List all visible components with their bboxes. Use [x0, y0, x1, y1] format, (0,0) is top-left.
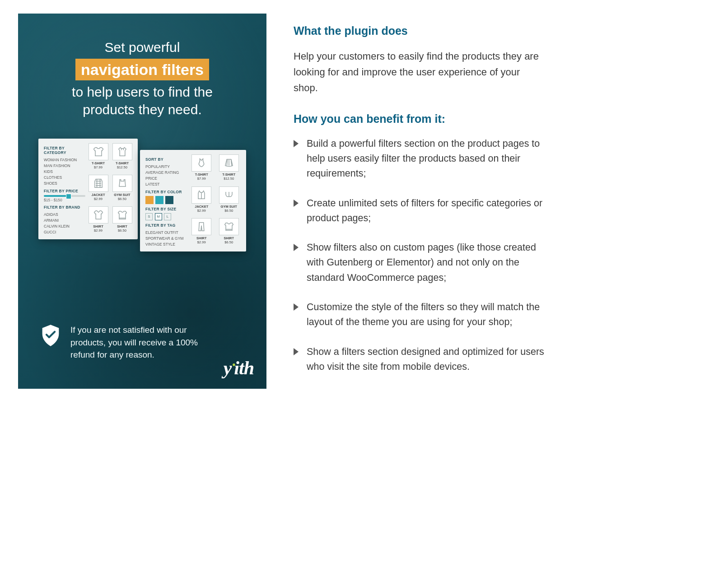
filter-category-list: WOMAN FASHION MAN FASHION KIDS CLOTHES S… — [44, 157, 85, 186]
list-item: KIDS — [44, 168, 85, 174]
product-grid: T-SHIRT $7.99 T-SHIRT $12.50 JACKET $2.9… — [88, 143, 132, 235]
benefit-text: Customize the style of the filters so th… — [307, 300, 546, 330]
headline-pre: Set powerful — [105, 40, 180, 55]
benefit-text: Build a powerful filters section on the … — [307, 136, 546, 182]
lead-paragraph: Help your customers to easily find the p… — [294, 48, 546, 96]
skirt-icon — [223, 157, 235, 169]
chevron-right-icon — [294, 303, 299, 311]
benefit-text: Show a filters section designed and opti… — [307, 345, 546, 375]
list-item: ARMANI — [44, 217, 85, 223]
benefit-text: Show filters also on custom pages (like … — [307, 240, 546, 285]
headline-post-2: products they need. — [83, 102, 202, 117]
swatch-orange-icon — [145, 196, 154, 204]
pants-icon — [195, 220, 208, 233]
list-item: VINTAGE STYLE — [145, 241, 187, 247]
product-tile: GYM SUIT $6.50 — [217, 186, 241, 215]
filter-tag-list: ELEGANT OUTFIT SPORTWEAR & GYM VINTAGE S… — [145, 229, 187, 247]
product-tile: T-SHIRT $12.50 — [217, 154, 241, 183]
filter-color-title: FILTER BY COLOR — [145, 190, 187, 194]
mockup-card-2: SORT BY POPULARITY AVERAGE RATING PRICE … — [140, 150, 246, 251]
chevron-right-icon — [294, 348, 299, 355]
chevron-right-icon — [294, 140, 299, 147]
heading-benefits: How you can benefit from it: — [294, 112, 546, 126]
yith-logo: y•ith — [224, 357, 254, 379]
list-item: AVERAGE RATING — [145, 169, 187, 175]
filter-tag-title: FILTER BY TAG — [145, 223, 187, 228]
product-tile: T-SHIRT $12.50 — [112, 143, 132, 172]
product-tile: T-SHIRT $7.99 — [190, 154, 214, 183]
product-tile: SHIRT $2.99 — [88, 206, 108, 235]
chevron-right-icon — [294, 200, 299, 207]
color-swatches — [145, 196, 187, 204]
promo-panel: Set powerful navigation filters to help … — [18, 14, 266, 389]
heading-what-does: What the plugin does — [294, 24, 546, 37]
list-item: POPULARITY — [145, 163, 187, 169]
price-slider — [44, 195, 85, 197]
product-tile: T-SHIRT $7.99 — [88, 143, 108, 172]
product-tile: JACKET $2.99 — [190, 186, 214, 215]
product-grid: T-SHIRT $7.99 T-SHIRT $12.50 JACKET $2.9… — [190, 154, 241, 247]
hoodie-icon — [116, 145, 129, 158]
refund-guarantee: If you are not satisfied with our produc… — [36, 324, 248, 361]
filter-category-title: FILTER BY CATEGORY — [44, 146, 85, 155]
headline-highlight: navigation filters — [75, 59, 209, 80]
benefit-item: Create unlimited sets of filters for spe… — [294, 196, 546, 226]
product-tile: SHIRT $2.99 — [190, 218, 214, 247]
product-tile: JACKET $2.99 — [88, 175, 108, 204]
filter-size-title: FILTER BY SIZE — [145, 207, 187, 211]
filter-brand-list: ADIDAS ARMANI CALVIN KLEIN GUCCI — [44, 211, 85, 235]
benefits-list: Build a powerful filters section on the … — [294, 136, 546, 375]
size-l: L — [164, 213, 171, 220]
vest-icon — [195, 189, 208, 201]
mockup-stack: FILTER BY CATEGORY WOMAN FASHION MAN FAS… — [38, 139, 246, 288]
benefit-text: Create unlimited sets of filters for spe… — [307, 196, 546, 226]
list-item: PRICE — [145, 175, 187, 181]
top-icon — [116, 177, 129, 190]
list-item: GUCCI — [44, 229, 85, 235]
list-item: SHOES — [44, 180, 85, 186]
benefit-item: Build a powerful filters section on the … — [294, 136, 546, 182]
tshirt-icon — [92, 145, 105, 158]
benefit-item: Customize the style of the filters so th… — [294, 300, 546, 330]
benefit-item: Show a filters section designed and opti… — [294, 345, 546, 375]
product-tile: GYM SUIT $6.50 — [112, 175, 132, 204]
list-item: CLOTHES — [44, 174, 85, 180]
filter-brand-title: FILTER BY BRAND — [44, 205, 85, 210]
list-item: ELEGANT OUTFIT — [145, 229, 187, 235]
content-column: What the plugin does Help your customers… — [294, 14, 546, 389]
list-item: MAN FASHION — [44, 163, 85, 168]
price-range-label: $15 - $150 — [44, 198, 85, 202]
size-s: S — [145, 213, 153, 220]
list-item: WOMAN FASHION — [44, 157, 85, 163]
refund-text: If you are not satisfied with our produc… — [70, 324, 224, 361]
mockup-card-1: FILTER BY CATEGORY WOMAN FASHION MAN FAS… — [38, 139, 138, 239]
shirt-icon — [116, 209, 129, 221]
headline-post-1: to help users to find the — [72, 84, 213, 99]
sort-by-list: POPULARITY AVERAGE RATING PRICE LATEST — [145, 163, 187, 187]
list-item: CALVIN KLEIN — [44, 223, 85, 229]
filter-price-title: FILTER BY PRICE — [44, 189, 85, 193]
list-item: ADIDAS — [44, 211, 85, 217]
chevron-right-icon — [294, 244, 299, 251]
shield-check-icon — [41, 324, 61, 347]
promo-headline: Set powerful navigation filters to help … — [36, 38, 248, 118]
swatch-dark-icon — [165, 196, 173, 204]
sweater-icon — [223, 220, 235, 233]
bra-icon — [223, 189, 235, 201]
shirt-icon — [92, 209, 105, 221]
list-item: SPORTWEAR & GYM — [145, 235, 187, 241]
swimsuit-icon — [195, 157, 208, 169]
size-m: M — [155, 213, 162, 220]
jacket-icon — [92, 177, 105, 190]
logo-dot-icon: • — [232, 360, 235, 370]
swatch-teal-icon — [155, 196, 163, 204]
benefit-item: Show filters also on custom pages (like … — [294, 240, 546, 285]
size-buttons: S M L — [145, 213, 187, 220]
product-tile: SHIRT $6.50 — [217, 218, 241, 247]
product-tile: SHIRT $6.50 — [112, 206, 132, 235]
sort-by-title: SORT BY — [145, 157, 187, 162]
list-item: LATEST — [145, 181, 187, 187]
